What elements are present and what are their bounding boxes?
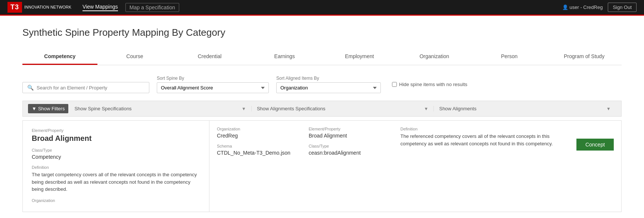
alignments-filter[interactable]: Show Alignments ▼ (433, 106, 616, 111)
right-def-label: Definition (401, 127, 569, 131)
left-panel: Element/Property Broad Alignment Class/T… (23, 121, 209, 212)
right-col-2: Element/Property Broad Alignment Class/T… (309, 127, 393, 206)
left-class-type-label: Class/Type (32, 148, 200, 152)
tab-employment[interactable]: Employment (322, 49, 397, 65)
alignments-spec-filter[interactable]: Show Alignments Specifications ▼ (251, 106, 434, 111)
tab-organization[interactable]: Organization (397, 49, 472, 65)
user-info: 👤 user - CredReg (562, 4, 603, 10)
controls-row: 🔍 Sort Spine By Overall Alignment ScoreN… (22, 76, 622, 93)
right-org-label: Organization (217, 127, 301, 131)
right-def-value: The referenced competency covers all of … (401, 133, 569, 147)
filter-arrow-icon: ▼ (32, 106, 37, 111)
concept-badge-wrapper: Concept (576, 127, 614, 206)
hide-no-results-label: Hide spine items with no results (399, 82, 467, 87)
tab-credential[interactable]: Credential (172, 49, 247, 65)
right-col-3: Definition The referenced competency cov… (401, 127, 569, 206)
search-icon: 🔍 (27, 85, 34, 91)
right-schema-label: Schema (217, 144, 301, 148)
search-input[interactable] (37, 85, 144, 91)
right-element-value: Broad Alignment (309, 133, 393, 139)
sort-aligned-select[interactable]: OrganizationNameScore (276, 82, 381, 93)
tab-person[interactable]: Person (472, 49, 547, 65)
logo: T3 INNOVATION NETWORK (7, 2, 71, 13)
filter-bar: ▼ Show Filters Show Spine Specifications… (22, 101, 622, 117)
alignments-spec-label: Show Alignments Specifications (257, 106, 424, 111)
right-schema-value: CTDL_No_Meta-T3_Demo.json (217, 150, 301, 156)
hide-no-results-checkbox[interactable] (392, 82, 397, 87)
show-filters-label: Show Filters (38, 106, 65, 111)
tab-earnings[interactable]: Earnings (247, 49, 322, 65)
logo-box: T3 (7, 2, 22, 13)
left-class-type-value: Competency (32, 154, 200, 160)
sort-aligned-label: Sort Aligned Items By (276, 76, 381, 81)
logo-subtext: INNOVATION NETWORK (24, 5, 71, 10)
tab-course[interactable]: Course (97, 49, 172, 65)
right-classtype-value: ceasn:broadAlignment (309, 150, 393, 156)
data-area: Element/Property Broad Alignment Class/T… (22, 120, 622, 212)
left-definition-value: The target competency covers all of the … (32, 171, 200, 193)
show-filters-button[interactable]: ▼ Show Filters (28, 104, 68, 113)
right-element-label: Element/Property (309, 127, 393, 131)
spine-spec-filter[interactable]: Show Spine Specifications ▼ (74, 106, 251, 111)
alignments-spec-chevron-icon: ▼ (424, 106, 429, 111)
left-element-property-value: Broad Alignment (32, 134, 200, 143)
sort-spine-label: Sort Spine By (157, 76, 269, 81)
header-right: 👤 user - CredReg Sign Out (562, 3, 637, 12)
nav-view-mappings[interactable]: View Mappings (83, 4, 118, 11)
nav-map-specification[interactable]: Map a Specification (125, 3, 179, 12)
right-content: Organization CredReg Schema CTDL_No_Meta… (209, 121, 621, 212)
main-content: Synthetic Spine Property Mapping By Cate… (0, 16, 644, 218)
page-title: Synthetic Spine Property Mapping By Cate… (22, 27, 622, 38)
header: T3 INNOVATION NETWORK View Mappings Map … (0, 0, 644, 16)
search-box: 🔍 (22, 82, 149, 93)
category-tabs: Competency Course Credential Earnings Em… (22, 49, 622, 65)
sort-spine-group: Sort Spine By Overall Alignment ScoreNam… (157, 76, 269, 93)
right-col-1: Organization CredReg Schema CTDL_No_Meta… (217, 127, 301, 206)
concept-badge[interactable]: Concept (576, 139, 614, 151)
alignments-chevron-icon: ▼ (606, 106, 611, 111)
left-organization-label: Organization (32, 198, 200, 203)
hide-checkbox-row: Hide spine items with no results (392, 82, 467, 87)
sort-aligned-group: Sort Aligned Items By OrganizationNameSc… (276, 76, 381, 93)
spine-spec-label: Show Spine Specifications (74, 106, 242, 111)
sign-out-button[interactable]: Sign Out (608, 3, 637, 12)
tab-competency[interactable]: Competency (22, 49, 97, 65)
tab-program-of-study[interactable]: Program of Study (547, 49, 622, 65)
spine-spec-chevron-icon: ▼ (242, 106, 246, 111)
right-classtype-label: Class/Type (309, 144, 393, 148)
left-element-property-label: Element/Property (32, 128, 200, 133)
sort-spine-select[interactable]: Overall Alignment ScoreNameDefinition (157, 82, 269, 93)
user-name: user - CredReg (570, 4, 603, 10)
alignments-label: Show Alignments (439, 106, 606, 111)
filter-dropdowns: Show Spine Specifications ▼ Show Alignme… (74, 106, 616, 111)
user-icon: 👤 (562, 4, 568, 10)
right-panel: Organization CredReg Schema CTDL_No_Meta… (209, 121, 621, 212)
right-org-value: CredReg (217, 133, 301, 139)
left-definition-label: Definition (32, 165, 200, 170)
